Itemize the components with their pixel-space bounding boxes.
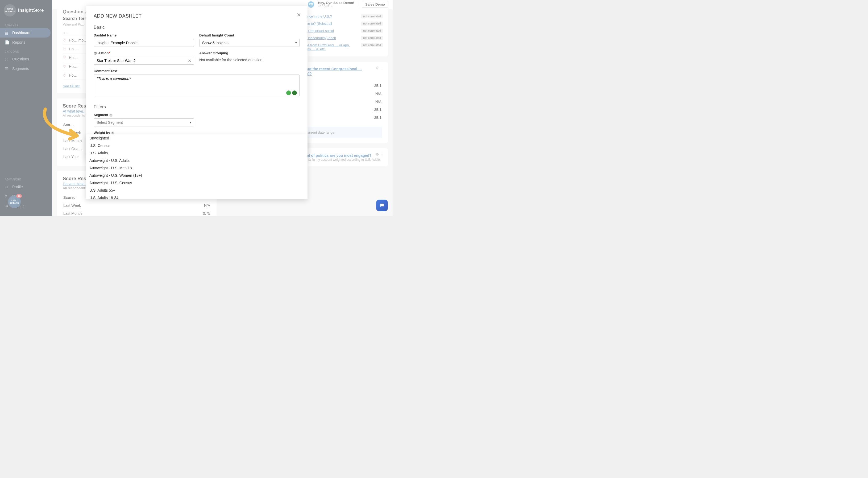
weight-option[interactable]: U.S. Census bbox=[86, 142, 308, 149]
segment-select[interactable]: Select Segment bbox=[94, 118, 194, 126]
section-basic: Basic bbox=[94, 25, 300, 30]
segment-label: Segment? bbox=[94, 113, 194, 117]
answer-grouping-label: Answer Grouping bbox=[199, 51, 300, 55]
weight-option[interactable]: U.S. Adults 55+ bbox=[86, 186, 308, 194]
chat-icon bbox=[379, 203, 385, 208]
insight-count-select[interactable]: Show 5 Insights bbox=[199, 39, 300, 47]
weight-by-dropdown: UnweightedU.S. CensusU.S. AdultsAutoweig… bbox=[86, 135, 308, 199]
weight-option[interactable]: Autoweight - U.S. Men 18+ bbox=[86, 164, 308, 172]
modal-title: ADD NEW DASHLET bbox=[94, 13, 300, 19]
answer-grouping-message: Not available for the selected question bbox=[199, 57, 300, 62]
weight-option[interactable]: U.S. Adults 18-34 bbox=[86, 194, 308, 199]
dashlet-name-label: Dashlet Name bbox=[94, 33, 194, 37]
weight-by-label: Weight by? bbox=[94, 131, 300, 135]
weight-option[interactable]: U.S. Adults bbox=[86, 149, 308, 157]
weight-option[interactable]: Autoweight - U.S. Census bbox=[86, 179, 308, 186]
comment-textarea[interactable]: *This is a comment.* bbox=[94, 74, 300, 96]
comment-text-label: Comment Text bbox=[94, 69, 300, 73]
assist-icon[interactable] bbox=[286, 90, 291, 95]
help-icon[interactable]: ? bbox=[109, 114, 113, 117]
clear-icon[interactable]: ✕ bbox=[188, 58, 191, 63]
weight-option[interactable]: Unweighted bbox=[86, 135, 308, 142]
question-label: Question* bbox=[94, 51, 194, 55]
grammarly-icon[interactable] bbox=[292, 90, 297, 95]
dashlet-name-input[interactable] bbox=[94, 39, 194, 47]
question-input[interactable] bbox=[94, 57, 194, 65]
close-icon[interactable]: ✕ bbox=[297, 12, 301, 18]
editor-assist-icons bbox=[286, 90, 297, 95]
weight-option[interactable]: Autoweight - U.S. Adults bbox=[86, 157, 308, 164]
insight-count-label: Default Insight Count bbox=[199, 33, 300, 37]
intercom-launcher[interactable] bbox=[376, 200, 388, 211]
weight-option[interactable]: Autoweight - U.S. Women (18+) bbox=[86, 172, 308, 179]
section-filters: Filters bbox=[94, 104, 300, 110]
